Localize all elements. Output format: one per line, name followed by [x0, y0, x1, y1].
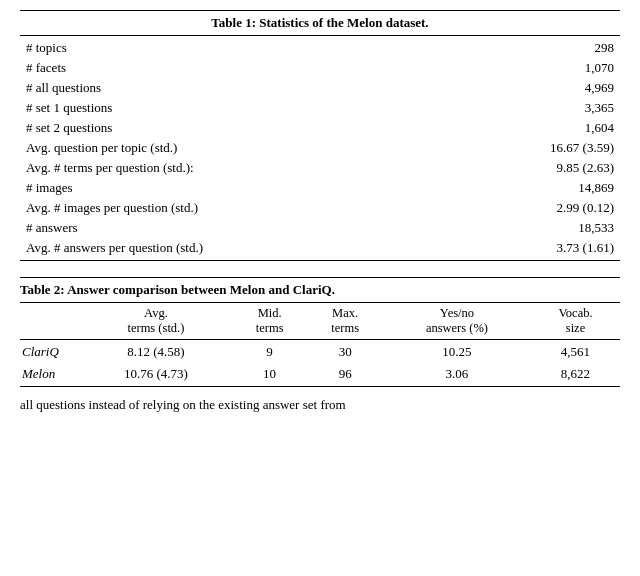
table2-max: 96	[307, 363, 383, 387]
table2-vocab: 4,561	[531, 340, 620, 364]
table1-label: # facets	[20, 58, 448, 78]
table1-label: Avg. question per topic (std.)	[20, 138, 448, 158]
table1-caption: Table 1: Statistics of the Melon dataset…	[20, 10, 620, 35]
table1-value: 1,070	[448, 58, 620, 78]
table2-title: Table 2: Answer comparison between Melon…	[20, 277, 620, 303]
table2-header-avg-terms: Avg.terms (std.)	[80, 303, 232, 340]
table-row: # answers 18,533	[20, 218, 620, 238]
table2-mid: 10	[232, 363, 308, 387]
table-row: # set 1 questions 3,365	[20, 98, 620, 118]
table-row: # set 2 questions 1,604	[20, 118, 620, 138]
table2-vocab: 8,622	[531, 363, 620, 387]
table2-header-empty	[20, 303, 80, 340]
table1-container: Table 1: Statistics of the Melon dataset…	[20, 10, 620, 261]
bottom-text: all questions instead of relying on the …	[20, 397, 620, 413]
table-row: # all questions 4,969	[20, 78, 620, 98]
table1-label: # answers	[20, 218, 448, 238]
table1-label: # all questions	[20, 78, 448, 98]
table1-value: 14,869	[448, 178, 620, 198]
table1-label: Avg. # terms per question (std.):	[20, 158, 448, 178]
table2: Avg.terms (std.)Mid.termsMax.termsYes/no…	[20, 303, 620, 387]
table1-value: 4,969	[448, 78, 620, 98]
table2-header-yesno: Yes/noanswers (%)	[383, 303, 531, 340]
table2-header-mid-terms: Mid.terms	[232, 303, 308, 340]
table-row: Avg. # terms per question (std.): 9.85 (…	[20, 158, 620, 178]
table1-value: 18,533	[448, 218, 620, 238]
table1-label: # images	[20, 178, 448, 198]
table2-max: 30	[307, 340, 383, 364]
table2-yesno: 10.25	[383, 340, 531, 364]
table2-container: Table 2: Answer comparison between Melon…	[20, 277, 620, 387]
table-row: Melon 10.76 (4.73) 10 96 3.06 8,622	[20, 363, 620, 387]
table1-label: Avg. # answers per question (std.)	[20, 238, 448, 261]
table-row: Avg. question per topic (std.) 16.67 (3.…	[20, 138, 620, 158]
table-row: ClariQ 8.12 (4.58) 9 30 10.25 4,561	[20, 340, 620, 364]
table2-row-label: ClariQ	[20, 340, 80, 364]
table-row: # images 14,869	[20, 178, 620, 198]
table2-avg: 10.76 (4.73)	[80, 363, 232, 387]
table2-header-row: Avg.terms (std.)Mid.termsMax.termsYes/no…	[20, 303, 620, 340]
table1-label: # topics	[20, 36, 448, 59]
table2-avg: 8.12 (4.58)	[80, 340, 232, 364]
table2-mid: 9	[232, 340, 308, 364]
table1-label: # set 1 questions	[20, 98, 448, 118]
table2-header-vocab: Vocab.size	[531, 303, 620, 340]
table1-label: # set 2 questions	[20, 118, 448, 138]
table1-value: 9.85 (2.63)	[448, 158, 620, 178]
table1-value: 3,365	[448, 98, 620, 118]
table2-header-max-terms: Max.terms	[307, 303, 383, 340]
table1-value: 3.73 (1.61)	[448, 238, 620, 261]
table1-label: Avg. # images per question (std.)	[20, 198, 448, 218]
table2-row-label: Melon	[20, 363, 80, 387]
table-row: # facets 1,070	[20, 58, 620, 78]
table1: Table 1: Statistics of the Melon dataset…	[20, 10, 620, 261]
table1-value: 1,604	[448, 118, 620, 138]
table-row: Avg. # answers per question (std.) 3.73 …	[20, 238, 620, 261]
table2-yesno: 3.06	[383, 363, 531, 387]
table-row: # topics 298	[20, 36, 620, 59]
table1-value: 298	[448, 36, 620, 59]
table-row: Avg. # images per question (std.) 2.99 (…	[20, 198, 620, 218]
table1-value: 16.67 (3.59)	[448, 138, 620, 158]
table1-value: 2.99 (0.12)	[448, 198, 620, 218]
